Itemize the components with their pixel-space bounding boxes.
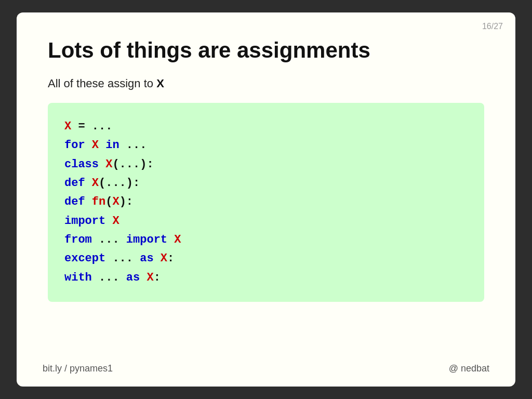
- subtitle-var: X: [156, 77, 164, 90]
- subtitle-prefix: All of these assign to: [48, 77, 156, 90]
- slide-title: Lots of things are assignments: [48, 38, 484, 62]
- slide: 16/27 Lots of things are assignments All…: [17, 12, 515, 387]
- code-line-1: X = ...: [64, 117, 468, 136]
- footer-right: @ nedbat: [449, 363, 489, 374]
- code-block: X = ... for X in ... class X(...): def X…: [48, 103, 484, 302]
- subtitle: All of these assign to X: [48, 77, 484, 90]
- footer-left: bit.ly / pynames1: [43, 363, 113, 374]
- code-line-3: class X(...):: [64, 155, 468, 174]
- slide-counter: 16/27: [482, 22, 503, 31]
- code-line-7: from ... import X: [64, 231, 468, 249]
- code-line-8: except ... as X:: [64, 249, 468, 268]
- code-var: X: [64, 120, 71, 133]
- code-line-6: import X: [64, 212, 468, 231]
- code-line-5: def fn(X):: [64, 193, 468, 211]
- code-line-4: def X(...):: [64, 174, 468, 193]
- code-line-2: for X in ...: [64, 136, 468, 155]
- code-line-9: with ... as X:: [64, 269, 468, 287]
